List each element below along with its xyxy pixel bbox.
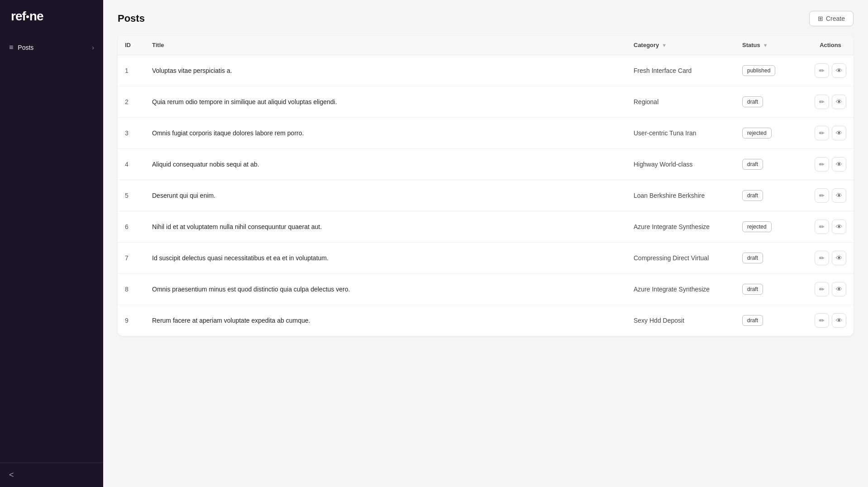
posts-table-container: ID Title Category ▼ Status xyxy=(118,35,854,336)
edit-icon: ✏ xyxy=(819,317,825,324)
eye-icon: 👁 xyxy=(836,192,842,199)
table-body: 1 Voluptas vitae perspiciatis a. Fresh I… xyxy=(118,55,854,336)
cell-status: draft xyxy=(735,274,807,305)
cell-actions: ✏ 👁 xyxy=(807,118,854,149)
logo-area: refne xyxy=(0,0,103,34)
cell-title: Aliquid consequatur nobis sequi at ab. xyxy=(145,149,626,180)
status-badge: draft xyxy=(742,253,763,263)
cell-title: Id suscipit delectus quasi necessitatibu… xyxy=(145,243,626,274)
category-filter-icon[interactable]: ▼ xyxy=(662,43,667,48)
cell-status: draft xyxy=(735,305,807,336)
status-badge: published xyxy=(742,65,775,76)
table-row: 7 Id suscipit delectus quasi necessitati… xyxy=(118,243,854,274)
sidebar-item-posts[interactable]: ≡ Posts › xyxy=(0,38,103,57)
edit-icon: ✏ xyxy=(819,286,825,293)
edit-button[interactable]: ✏ xyxy=(815,126,829,140)
status-badge: rejected xyxy=(742,128,772,138)
table-row: 8 Omnis praesentium minus est quod disti… xyxy=(118,274,854,305)
view-button[interactable]: 👁 xyxy=(832,282,846,296)
main-content: Posts ⊞ Create ID Title Category xyxy=(103,0,868,487)
cell-id: 4 xyxy=(118,149,145,180)
edit-icon: ✏ xyxy=(819,254,825,262)
cell-status: published xyxy=(735,55,807,86)
view-button[interactable]: 👁 xyxy=(832,126,846,140)
cell-title: Omnis praesentium minus est quod distinc… xyxy=(145,274,626,305)
logo: refne xyxy=(11,9,92,24)
table-row: 3 Omnis fugiat corporis itaque dolores l… xyxy=(118,118,854,149)
view-button[interactable]: 👁 xyxy=(832,95,846,109)
create-button[interactable]: ⊞ Create xyxy=(809,11,854,26)
edit-button[interactable]: ✏ xyxy=(815,251,829,265)
view-button[interactable]: 👁 xyxy=(832,188,846,203)
cell-status: draft xyxy=(735,149,807,180)
edit-button[interactable]: ✏ xyxy=(815,188,829,203)
cell-actions: ✏ 👁 xyxy=(807,274,854,305)
cell-actions: ✏ 👁 xyxy=(807,305,854,336)
eye-icon: 👁 xyxy=(836,223,842,230)
status-filter-icon[interactable]: ▼ xyxy=(763,43,768,48)
status-badge: draft xyxy=(742,96,763,107)
sidebar-bottom: < xyxy=(0,463,103,487)
cell-actions: ✏ 👁 xyxy=(807,243,854,274)
cell-status: rejected xyxy=(735,211,807,243)
page-header: Posts ⊞ Create xyxy=(118,11,854,26)
edit-button[interactable]: ✏ xyxy=(815,313,829,328)
edit-button[interactable]: ✏ xyxy=(815,220,829,234)
cell-id: 7 xyxy=(118,243,145,274)
cell-category: Fresh Interface Card xyxy=(626,55,735,86)
status-badge: draft xyxy=(742,284,763,295)
chevron-right-icon: › xyxy=(92,44,94,51)
eye-icon: 👁 xyxy=(836,129,842,137)
eye-icon: 👁 xyxy=(836,67,842,74)
cell-status: draft xyxy=(735,86,807,118)
cell-category: Sexy Hdd Deposit xyxy=(626,305,735,336)
cell-category: Loan Berkshire Berkshire xyxy=(626,180,735,211)
status-badge: draft xyxy=(742,159,763,170)
view-button[interactable]: 👁 xyxy=(832,251,846,265)
view-button[interactable]: 👁 xyxy=(832,220,846,234)
eye-icon: 👁 xyxy=(836,161,842,168)
cell-category: Highway World-class xyxy=(626,149,735,180)
col-header-id: ID xyxy=(118,35,145,55)
eye-icon: 👁 xyxy=(836,286,842,293)
page-title: Posts xyxy=(118,13,145,24)
status-badge: rejected xyxy=(742,221,772,232)
edit-icon: ✏ xyxy=(819,129,825,137)
table-header: ID Title Category ▼ Status xyxy=(118,35,854,55)
view-button[interactable]: 👁 xyxy=(832,157,846,172)
sidebar-item-label: Posts xyxy=(18,44,33,51)
edit-icon: ✏ xyxy=(819,223,825,230)
status-badge: draft xyxy=(742,190,763,201)
status-badge: draft xyxy=(742,315,763,326)
cell-status: draft xyxy=(735,180,807,211)
edit-button[interactable]: ✏ xyxy=(815,63,829,78)
col-header-actions: Actions xyxy=(807,35,854,55)
view-button[interactable]: 👁 xyxy=(832,63,846,78)
table-row: 9 Rerum facere at aperiam voluptate expe… xyxy=(118,305,854,336)
cell-actions: ✏ 👁 xyxy=(807,180,854,211)
edit-button[interactable]: ✏ xyxy=(815,282,829,296)
posts-table: ID Title Category ▼ Status xyxy=(118,35,854,336)
col-header-status: Status ▼ xyxy=(735,35,807,55)
cell-id: 5 xyxy=(118,180,145,211)
table-row: 6 Nihil id et at voluptatem nulla nihil … xyxy=(118,211,854,243)
cell-actions: ✏ 👁 xyxy=(807,149,854,180)
collapse-button[interactable]: < xyxy=(9,470,14,480)
table-row: 1 Voluptas vitae perspiciatis a. Fresh I… xyxy=(118,55,854,86)
edit-icon: ✏ xyxy=(819,192,825,199)
edit-button[interactable]: ✏ xyxy=(815,95,829,109)
view-button[interactable]: 👁 xyxy=(832,313,846,328)
edit-icon: ✏ xyxy=(819,161,825,168)
cell-category: Regional xyxy=(626,86,735,118)
cell-category: Compressing Direct Virtual xyxy=(626,243,735,274)
eye-icon: 👁 xyxy=(836,317,842,324)
cell-actions: ✏ 👁 xyxy=(807,86,854,118)
edit-button[interactable]: ✏ xyxy=(815,157,829,172)
cell-actions: ✏ 👁 xyxy=(807,55,854,86)
cell-title: Rerum facere at aperiam voluptate expedi… xyxy=(145,305,626,336)
cell-status: draft xyxy=(735,243,807,274)
list-icon: ≡ xyxy=(9,43,13,52)
table-row: 4 Aliquid consequatur nobis sequi at ab.… xyxy=(118,149,854,180)
cell-title: Deserunt qui qui enim. xyxy=(145,180,626,211)
create-button-label: Create xyxy=(826,15,845,22)
